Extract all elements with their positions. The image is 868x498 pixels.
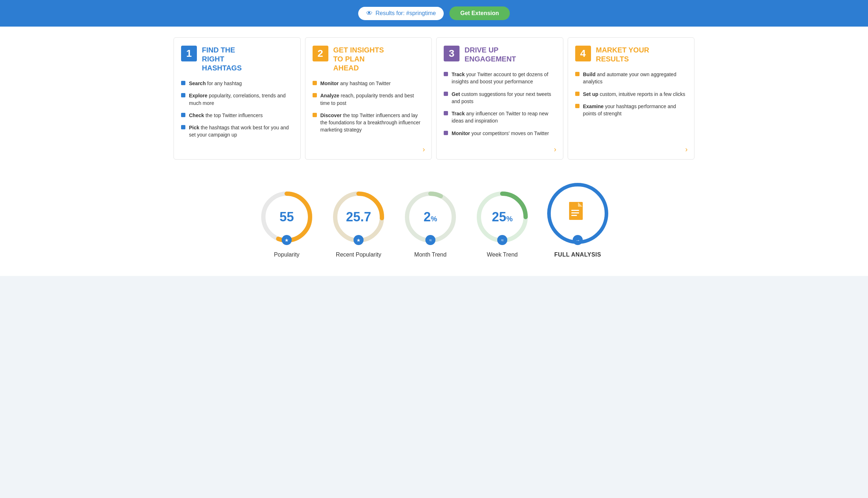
full-analysis-label: FULL ANALYSIS bbox=[554, 252, 601, 258]
card1-title: FIND THERIGHTHASHTAGS bbox=[202, 46, 242, 73]
full-analysis-circle: → bbox=[545, 181, 610, 246]
stat-full-analysis[interactable]: → FULL ANALYSIS bbox=[545, 181, 610, 258]
stats-row: 55 ★ Popularity 25.7 ★ Recent Popularity bbox=[183, 174, 685, 262]
cards-row: 1 FIND THERIGHTHASHTAGS Search for any h… bbox=[174, 37, 694, 160]
card-get-insights: 2 GET INSIGHTSTO PLANAHEAD Monitor any h… bbox=[305, 37, 432, 160]
get-extension-button[interactable]: Get Extension bbox=[449, 6, 510, 20]
svg-rect-12 bbox=[571, 212, 579, 213]
card1-header: 1 FIND THERIGHTHASHTAGS bbox=[181, 46, 293, 73]
bullet-icon bbox=[575, 72, 580, 76]
bullet-icon bbox=[181, 125, 185, 129]
popularity-value-center: 55 bbox=[280, 211, 294, 223]
bullet-icon bbox=[444, 92, 448, 96]
card4-header: 4 MARKET YOURRESULTS bbox=[575, 46, 687, 64]
bullet-icon bbox=[444, 72, 448, 76]
month-trend-value: 2% bbox=[424, 211, 437, 223]
recent-popularity-label: Recent Popularity bbox=[336, 252, 381, 258]
card2-arrow[interactable]: › bbox=[423, 145, 425, 153]
card-market-results: 4 MARKET YOURRESULTS Build and automate … bbox=[568, 37, 695, 160]
bullet-icon bbox=[181, 113, 185, 117]
svg-rect-11 bbox=[571, 210, 579, 211]
card2-items: Monitor any hashtag on Twitter Analyze r… bbox=[313, 80, 425, 134]
list-item: Track your Twitter account to get dozens… bbox=[444, 71, 556, 86]
recent-popularity-value-center: 25.7 bbox=[346, 211, 371, 223]
card2-header: 2 GET INSIGHTSTO PLANAHEAD bbox=[313, 46, 425, 73]
list-item: Search for any hashtag bbox=[181, 80, 293, 87]
list-item: Examine your hashtags performance and po… bbox=[575, 103, 687, 117]
bullet-icon bbox=[181, 81, 185, 85]
bullet-icon bbox=[575, 92, 580, 96]
list-item: Set up custom, intuitive reports in a fe… bbox=[575, 91, 687, 98]
popularity-value: 55 bbox=[280, 211, 294, 223]
bullet-icon bbox=[444, 111, 448, 115]
card4-arrow[interactable]: › bbox=[685, 145, 688, 153]
recent-popularity-donut: 25.7 ★ bbox=[330, 188, 387, 246]
list-item: Build and automate your own aggregated a… bbox=[575, 71, 687, 86]
card1-items: Search for any hashtag Explore popularit… bbox=[181, 80, 293, 139]
card2-title: GET INSIGHTSTO PLANAHEAD bbox=[333, 46, 384, 73]
month-trend-badge[interactable]: ≈ bbox=[425, 235, 435, 245]
popularity-badge[interactable]: ★ bbox=[282, 235, 292, 245]
main-content: 1 FIND THERIGHTHASHTAGS Search for any h… bbox=[0, 27, 868, 276]
card3-number: 3 bbox=[444, 46, 460, 61]
bullet-icon bbox=[575, 104, 580, 108]
card2-number: 2 bbox=[313, 46, 328, 61]
bullet-icon bbox=[181, 93, 185, 97]
card-drive-engagement: 3 DRIVE UPENGAGEMENT Track your Twitter … bbox=[436, 37, 563, 160]
list-item: Analyze reach, popularity trends and bes… bbox=[313, 92, 425, 107]
results-label: Results for: #springtime bbox=[375, 10, 436, 17]
card4-number: 4 bbox=[575, 46, 591, 61]
popularity-donut: 55 ★ bbox=[258, 188, 315, 246]
stat-recent-popularity[interactable]: 25.7 ★ Recent Popularity bbox=[330, 188, 387, 258]
bullet-icon bbox=[444, 131, 448, 135]
list-item: Discover the top Twitter influencers and… bbox=[313, 112, 425, 134]
document-icon bbox=[568, 201, 588, 226]
full-analysis-badge[interactable]: → bbox=[573, 235, 583, 245]
card-find-hashtags: 1 FIND THERIGHTHASHTAGS Search for any h… bbox=[174, 37, 301, 160]
list-item: Explore popularity, correlations, trends… bbox=[181, 92, 293, 107]
list-item: Monitor any hashtag on Twitter bbox=[313, 80, 425, 87]
card1-number: 1 bbox=[181, 46, 197, 61]
list-item: Get custom suggestions for your next twe… bbox=[444, 91, 556, 105]
week-trend-badge[interactable]: ≈ bbox=[497, 235, 507, 245]
full-analysis-icon-center bbox=[568, 201, 588, 226]
week-trend-label: Week Trend bbox=[487, 252, 518, 258]
card3-items: Track your Twitter account to get dozens… bbox=[444, 71, 556, 137]
month-trend-value-center: 2% bbox=[424, 211, 437, 223]
stat-popularity[interactable]: 55 ★ Popularity bbox=[258, 188, 315, 258]
card3-header: 3 DRIVE UPENGAGEMENT bbox=[444, 46, 556, 64]
week-trend-value: 25% bbox=[492, 211, 513, 223]
list-item: Monitor your competitors' moves on Twitt… bbox=[444, 130, 556, 137]
card4-items: Build and automate your own aggregated a… bbox=[575, 71, 687, 117]
stat-week-trend[interactable]: 25% ≈ Week Trend bbox=[474, 188, 531, 258]
recent-popularity-badge[interactable]: ★ bbox=[354, 235, 364, 245]
card4-title: MARKET YOURRESULTS bbox=[596, 46, 650, 64]
recent-popularity-value: 25.7 bbox=[346, 211, 371, 223]
header: 👁 Results for: #springtime Get Extension bbox=[0, 0, 868, 27]
card3-arrow[interactable]: › bbox=[554, 145, 557, 153]
svg-rect-13 bbox=[571, 215, 577, 216]
bullet-icon bbox=[313, 93, 317, 97]
bullet-icon bbox=[313, 113, 317, 117]
list-item: Check the top Twitter influencers bbox=[181, 112, 293, 119]
list-item: Track any influencer on Twitter to reap … bbox=[444, 110, 556, 125]
results-pill[interactable]: 👁 Results for: #springtime bbox=[358, 7, 444, 20]
month-trend-label: Month Trend bbox=[414, 252, 447, 258]
week-trend-donut: 25% ≈ bbox=[474, 188, 531, 246]
week-trend-value-center: 25% bbox=[492, 211, 513, 223]
month-trend-donut: 2% ≈ bbox=[402, 188, 459, 246]
bullet-icon bbox=[313, 81, 317, 85]
eye-icon: 👁 bbox=[366, 10, 373, 17]
popularity-label: Popularity bbox=[274, 252, 299, 258]
list-item: Pick the hashtags that work best for you… bbox=[181, 124, 293, 139]
card3-title: DRIVE UPENGAGEMENT bbox=[465, 46, 516, 64]
stat-month-trend[interactable]: 2% ≈ Month Trend bbox=[402, 188, 459, 258]
